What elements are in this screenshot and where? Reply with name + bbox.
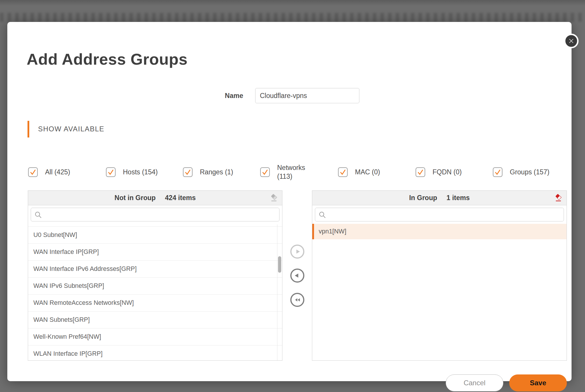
list-item[interactable]: U0 Subnet[NW]	[28, 227, 282, 244]
page-title: Add Address Groups	[27, 50, 188, 68]
dimmed-background-content	[0, 13, 585, 22]
filter-label: Ranges (1)	[200, 168, 233, 176]
arrow-right-icon	[294, 248, 301, 255]
filter-label: FQDN (0)	[433, 168, 462, 176]
filter-item[interactable]: MAC (0)	[338, 162, 380, 182]
checkmark-icon	[339, 168, 347, 176]
filter-item[interactable]: Networks (113)	[260, 162, 313, 182]
not-in-group-title: Not in Group	[114, 194, 156, 202]
not-in-group-count: 424 items	[165, 194, 196, 202]
arrow-left-icon	[294, 272, 301, 279]
move-all-left-button[interactable]	[290, 293, 304, 307]
section-heading: SHOW AVAILABLE	[38, 125, 104, 133]
clear-right-list-button[interactable]	[554, 193, 563, 203]
checkbox[interactable]	[493, 167, 502, 177]
checkbox[interactable]	[338, 167, 348, 177]
list-item[interactable]: WLAN Interface IP[GRP]	[28, 345, 282, 361]
close-icon	[567, 37, 575, 45]
left-search-box	[31, 208, 279, 221]
cancel-button[interactable]: Cancel	[446, 374, 503, 391]
save-button[interactable]: Save	[509, 374, 567, 391]
list-item[interactable]: WAN RemoteAccess Networks[NW]	[28, 295, 282, 312]
dimmed-overlay: Add Address Groups Name SHOW AVAILABLE A…	[0, 0, 585, 392]
name-label: Name	[195, 88, 243, 103]
close-button[interactable]	[564, 34, 579, 48]
search-icon	[318, 211, 326, 219]
checkmark-icon	[107, 168, 115, 176]
list-item[interactable]: WAN Subnets[GRP]	[28, 312, 282, 329]
checkbox[interactable]	[28, 167, 38, 177]
in-group-count: 1 items	[447, 194, 470, 202]
filter-label: MAC (0)	[355, 168, 380, 176]
filter-item[interactable]: Groups (157)	[493, 162, 550, 182]
eraser-icon	[270, 193, 278, 202]
scrollbar-thumb[interactable]	[278, 256, 281, 273]
filter-label: Hosts (154)	[123, 168, 158, 176]
in-group-title: In Group	[409, 194, 437, 202]
checkbox[interactable]	[106, 167, 116, 177]
checkmark-icon	[261, 168, 269, 176]
checkmark-icon	[416, 168, 425, 176]
list-item[interactable]: Well-Known Pref64[NW]	[28, 329, 282, 345]
checkbox[interactable]	[260, 167, 270, 177]
right-search-box	[315, 208, 564, 221]
checkmark-icon	[493, 168, 502, 176]
eraser-icon	[554, 193, 563, 202]
move-right-button[interactable]	[290, 245, 304, 259]
name-input[interactable]	[255, 88, 359, 103]
left-search-input[interactable]	[31, 208, 279, 221]
filter-item[interactable]: FQDN (0)	[416, 162, 462, 182]
in-group-panel: In Group 1 items	[312, 190, 567, 361]
filter-item[interactable]: All (425)	[28, 162, 70, 182]
list-item-selected[interactable]: vpn1[NW]	[312, 224, 567, 239]
list-item[interactable]: WAN IPv6 Subnets[GRP]	[28, 278, 282, 295]
filter-label: Networks (113)	[277, 163, 313, 181]
filter-label: Groups (157)	[510, 168, 550, 176]
clear-left-list-button[interactable]	[269, 193, 279, 203]
not-in-group-panel: Not in Group 424 items	[28, 190, 282, 361]
checkbox[interactable]	[416, 167, 425, 177]
filter-item[interactable]: Ranges (1)	[183, 162, 233, 182]
move-left-button[interactable]	[290, 269, 304, 283]
filter-label: All (425)	[45, 168, 70, 176]
checkmark-icon	[29, 168, 37, 176]
in-group-header: In Group 1 items	[312, 191, 567, 205]
list-item[interactable]: WAN Interface IPv6 Addresses[GRP]	[28, 261, 282, 278]
checkmark-icon	[183, 168, 192, 176]
right-search-input[interactable]	[315, 208, 564, 221]
not-in-group-list: U0 Subnet[NW]WAN Interface IP[GRP]WAN In…	[28, 224, 282, 361]
double-arrow-left-icon	[294, 296, 301, 304]
list-item[interactable]: WAN Interface IP[GRP]	[28, 244, 282, 261]
section-accent-bar	[28, 121, 29, 137]
scrollbar-track	[277, 224, 277, 361]
in-group-list: vpn1[NW]	[312, 224, 567, 239]
search-icon	[34, 211, 42, 219]
filter-item[interactable]: Hosts (154)	[106, 162, 158, 182]
checkbox[interactable]	[183, 167, 193, 177]
partial-row	[28, 224, 282, 227]
not-in-group-header: Not in Group 424 items	[28, 191, 282, 205]
add-address-groups-modal: Add Address Groups Name SHOW AVAILABLE A…	[7, 22, 572, 381]
